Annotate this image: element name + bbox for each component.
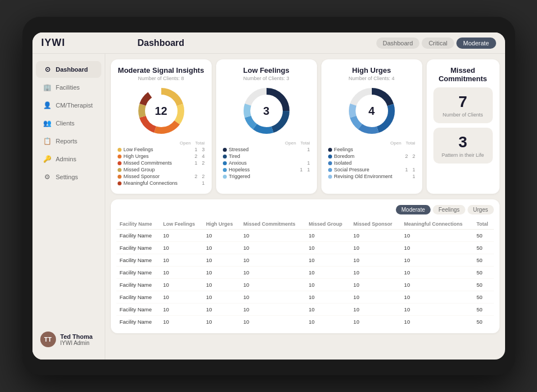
high-urges-subtitle: Number of Clients: 4 (328, 76, 415, 81)
sidebar-label-cm: CM/Therapist (56, 102, 93, 109)
hopeless-dot (223, 168, 227, 172)
cell-mc: 10 (240, 230, 306, 242)
sidebar-label-clients: Clients (56, 120, 75, 127)
ms-dot (118, 175, 122, 179)
main-content: Moderate Signal Insights Number of Clien… (105, 54, 505, 360)
social-pressure-dot (328, 168, 332, 172)
tab-moderate[interactable]: Moderate (456, 38, 496, 49)
cell-facility: Facility Name (116, 316, 160, 328)
cell-mc: 10 (240, 291, 306, 304)
settings-icon: ⚙ (44, 173, 52, 181)
cell-lf: 10 (160, 316, 203, 328)
missed-stat-pattern: 3 Pattern in their Life (433, 128, 493, 164)
sidebar-user: TT Ted Thoma IYWI Admin (32, 326, 105, 353)
cm-icon: 👤 (44, 101, 52, 109)
cell-lf: 10 (160, 291, 203, 304)
hu-legend-header: Open Total (328, 141, 415, 146)
cell-mnc: 10 (401, 279, 473, 291)
sidebar-item-admins[interactable]: 🔑 Admins (36, 151, 101, 167)
mnc-dot (118, 181, 122, 185)
cell-hu: 10 (203, 279, 240, 291)
avatar: TT (40, 332, 56, 347)
cell-mc: 10 (240, 316, 306, 328)
cell-total: 50 (473, 316, 494, 328)
cell-lf: 10 (160, 267, 203, 279)
tab-dashboard[interactable]: Dashboard (376, 38, 420, 49)
low-feelings-legend: Open Total Stressed 1 Tired (223, 141, 310, 179)
table-tab-feelings[interactable]: Feelings (433, 205, 465, 214)
cell-hu: 10 (203, 316, 240, 328)
cell-mnc: 10 (401, 304, 473, 316)
cell-hu: 10 (203, 242, 240, 254)
cell-ms: 10 (350, 242, 401, 254)
user-role: IYWI Admin (60, 340, 93, 346)
cell-mg: 10 (305, 279, 350, 291)
boredom-dot (328, 155, 332, 158)
sidebar-item-clients[interactable]: 👥 Clients (36, 115, 101, 132)
anxious-dot (223, 161, 227, 165)
cell-ms: 10 (350, 230, 401, 242)
moderate-legend-header: Open Total (118, 141, 205, 146)
table-row: Facility Name 10 10 10 10 10 10 50 (116, 230, 494, 242)
cell-mnc: 10 (401, 254, 473, 267)
missed-num-pattern: 3 (439, 133, 487, 151)
cell-facility: Facility Name (116, 279, 160, 291)
cell-mc: 10 (240, 279, 306, 291)
cell-mc: 10 (240, 254, 306, 267)
legend-row-mnc: Meaningful Connections 1 (118, 180, 205, 186)
cell-mg: 10 (305, 230, 350, 242)
sidebar-label-settings: Settings (56, 174, 78, 180)
missed-title: Missed Commitments (433, 66, 493, 83)
tablet-screen: IYWI Dashboard Dashboard Critical Modera… (32, 32, 505, 360)
sidebar-label-admins: Admins (56, 156, 77, 162)
high-urges-donut: 4 (328, 86, 415, 136)
sidebar-item-cm-therapist[interactable]: 👤 CM/Therapist (36, 97, 101, 114)
col-hu: High Urges (203, 219, 240, 230)
tab-critical[interactable]: Critical (422, 38, 454, 49)
col-lf: Low Feelings (160, 219, 203, 230)
user-info: Ted Thoma IYWI Admin (60, 333, 93, 346)
cell-ms: 10 (350, 254, 401, 267)
table-row: Facility Name 10 10 10 10 10 10 50 (116, 291, 494, 304)
cell-total: 50 (473, 230, 494, 242)
isolated-dot (328, 161, 332, 165)
cell-total: 50 (473, 304, 494, 316)
lf-legend-header: Open Total (223, 141, 310, 146)
feelings-dot (328, 148, 332, 152)
table-header-row: Facility Name Low Feelings High Urges Mi… (116, 219, 494, 230)
sidebar-label-dashboard: Dashboard (56, 66, 88, 73)
col-mnc: Meaningful Connections (401, 219, 473, 230)
mc-dot (118, 161, 122, 165)
sidebar-item-dashboard[interactable]: ⊙ Dashboard (36, 61, 101, 78)
cell-mnc: 10 (401, 316, 473, 328)
high-urges-number: 4 (368, 105, 375, 118)
sidebar-item-facilities[interactable]: 🏢 Facilities (36, 79, 101, 96)
sidebar-item-reports[interactable]: 📋 Reports (36, 133, 101, 150)
low-feelings-card: Low Feelings Number of Clients: 3 (216, 59, 317, 194)
col-facility: Facility Name (116, 219, 160, 230)
sidebar-spacer (32, 186, 105, 326)
low-feelings-title: Low Feelings (223, 66, 310, 74)
table-row: Facility Name 10 10 10 10 10 10 50 (116, 242, 494, 254)
missed-label-clients: Number of Clients (439, 112, 487, 118)
cards-row: Moderate Signal Insights Number of Clien… (111, 59, 499, 194)
cell-hu: 10 (203, 267, 240, 279)
cell-ms: 10 (350, 304, 401, 316)
cell-mnc: 10 (401, 230, 473, 242)
cell-ms: 10 (350, 316, 401, 328)
cell-mnc: 10 (401, 291, 473, 304)
clients-icon: 👥 (44, 119, 52, 127)
cell-lf: 10 (160, 242, 203, 254)
missed-num-clients: 7 (439, 93, 487, 111)
cell-facility: Facility Name (116, 304, 160, 316)
table-row: Facility Name 10 10 10 10 10 10 50 (116, 279, 494, 291)
cell-lf: 10 (160, 254, 203, 267)
cell-mg: 10 (305, 304, 350, 316)
table-tab-moderate[interactable]: Moderate (396, 205, 431, 214)
legend-row-lf: Low Feelings 13 (118, 147, 205, 152)
cell-total: 50 (473, 254, 494, 267)
cell-mg: 10 (305, 267, 350, 279)
sidebar-item-settings[interactable]: ⚙ Settings (36, 169, 101, 185)
table-tab-urges[interactable]: Urges (468, 205, 494, 214)
cell-facility: Facility Name (116, 242, 160, 254)
